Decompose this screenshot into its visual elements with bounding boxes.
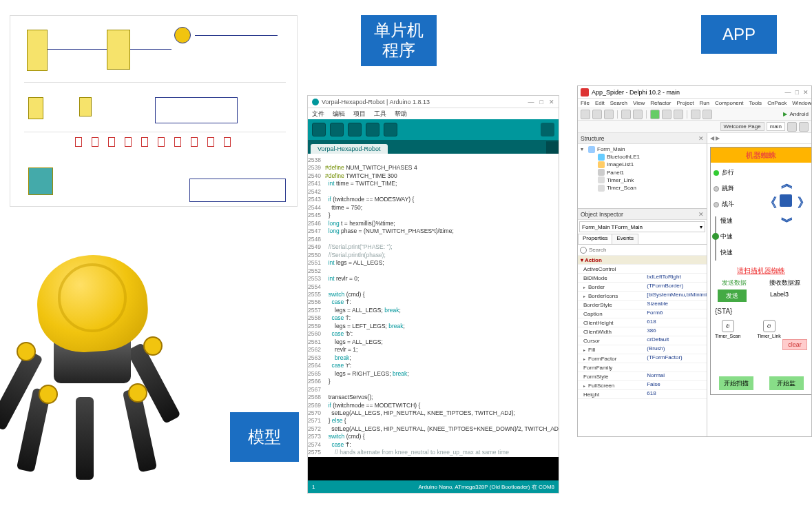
menu-file[interactable]: File [581, 100, 590, 106]
menu-refactor[interactable]: Refactor [650, 100, 671, 106]
tb-redo-icon[interactable] [633, 110, 643, 119]
stop-button[interactable] [674, 110, 683, 119]
tree-node-timer_scan[interactable]: Timer_Scan [581, 184, 704, 192]
tree-node-form[interactable]: Form_Main [597, 145, 625, 153]
minimize-icon[interactable]: — [528, 99, 534, 105]
arrow-up-button[interactable]: ︽ [781, 175, 793, 192]
tb-x2-icon[interactable] [799, 122, 809, 132]
maximize-icon[interactable]: □ [540, 99, 543, 105]
arduino-titlebar[interactable]: Vorpal-Hexapod-Robot | Arduino 1.8.13 — … [308, 96, 559, 108]
upload-button[interactable] [330, 123, 344, 136]
clear-button[interactable]: clear [782, 339, 807, 350]
menu-window[interactable]: Window [792, 100, 811, 106]
menu-search[interactable]: Search [610, 100, 627, 106]
inspector-component-combo[interactable]: Form_Main TForm_Main▾ [579, 221, 705, 232]
tab-dropdown-icon[interactable] [546, 141, 559, 154]
recv-data-label: 接收数据源 [769, 278, 800, 287]
verify-button[interactable] [312, 123, 326, 136]
tb-stepover-icon[interactable] [702, 110, 712, 119]
tb-undo-icon[interactable] [621, 110, 631, 119]
save-button[interactable] [384, 123, 397, 136]
tb-step-icon[interactable] [691, 110, 700, 119]
menu-项目[interactable]: 项目 [353, 110, 366, 119]
timer-scan-component[interactable]: ⏱Timer_Scan [715, 320, 740, 338]
tab-properties[interactable]: Properties [578, 234, 612, 244]
menu-edit[interactable]: Edit [595, 100, 605, 106]
sketch-tab[interactable]: Vorpal-Hexapod-Robot [311, 144, 388, 154]
run-button[interactable] [650, 110, 660, 119]
tree-node-imagelist1[interactable]: ImageList1 [581, 161, 704, 168]
prop-row-fill[interactable]: Fill(Brush) [578, 345, 707, 354]
tree-node-panel1[interactable]: Panel1 [581, 169, 704, 176]
tab-events[interactable]: Events [612, 234, 638, 244]
prop-row-formfactor[interactable]: FormFactor(TFormFactor) [578, 354, 707, 363]
menu-project[interactable]: Project [676, 100, 694, 106]
target-platform[interactable]: Android [789, 111, 809, 117]
tb-new-icon[interactable] [581, 110, 590, 119]
panel-close-icon[interactable]: ✕ [698, 211, 704, 218]
serial-monitor-button[interactable] [541, 123, 554, 136]
prop-row-borderstyle[interactable]: BorderStyleSizeable [578, 301, 707, 309]
mode-dance[interactable]: 跳舞 [714, 184, 734, 193]
prop-row-bidimode[interactable]: BiDiModebdLeftToRight [578, 274, 707, 283]
prop-row-border[interactable]: Border(TFormBorder) [578, 283, 707, 292]
start-listen-button[interactable]: 开始监 [769, 376, 804, 390]
menu-文件[interactable]: 文件 [312, 110, 324, 119]
prop-row-fullscreen[interactable]: FullScreenFalse [578, 381, 707, 390]
mode-fight[interactable]: 战斗 [714, 200, 734, 209]
prop-row-activecontrol[interactable]: ActiveControl [578, 265, 707, 274]
tb-open-icon[interactable] [592, 110, 602, 119]
prop-row-cursor[interactable]: CursorcrDefault [578, 336, 707, 345]
maximize-icon[interactable]: □ [795, 89, 799, 96]
start-scan-button[interactable]: 开始扫描 [719, 376, 753, 390]
inspector-search-input[interactable] [589, 247, 705, 253]
send-button[interactable]: 发送 [718, 289, 747, 302]
tab-welcome[interactable]: Welcome Page [720, 122, 764, 131]
pause-button[interactable] [662, 110, 672, 119]
arrow-right-button[interactable]: 》 [798, 194, 810, 211]
timer-link-component[interactable]: ⏱Timer_Link [757, 320, 780, 338]
new-button[interactable] [348, 123, 362, 136]
prop-row-formstyle[interactable]: FormStyleNormal [578, 372, 707, 381]
arrow-down-button[interactable]: ︾ [781, 214, 793, 230]
open-button[interactable] [366, 123, 379, 136]
panel-close-icon[interactable]: ✕ [698, 135, 704, 142]
mode-walk[interactable]: 步行 [714, 168, 734, 177]
speed-slider-group[interactable]: 慢速 中速 快速 [720, 216, 733, 257]
prop-row-bordericons[interactable]: BorderIcons[biSystemMenu,biMinimize,biMa… [578, 292, 707, 301]
structure-tree[interactable]: ▾Form_Main BluetoothLE1ImageList1Panel1T… [578, 144, 707, 208]
close-icon[interactable]: ✕ [549, 99, 554, 105]
menu-工具[interactable]: 工具 [374, 110, 386, 119]
tab-main[interactable]: main [767, 122, 785, 131]
scan-prompt-label: 请扫描机器蜘蛛 [711, 266, 811, 276]
prop-row-formfamily[interactable]: FormFamily [578, 363, 707, 372]
menu-tools[interactable]: Tools [749, 100, 762, 106]
menu-view[interactable]: View [633, 100, 645, 106]
arduino-console[interactable] [308, 457, 559, 480]
delphi-ide-window: App_Spider - Delphi 10.2 - main — □ ✕ Fi… [577, 85, 812, 437]
property-table[interactable]: ▾ Action ActiveControlBiDiModebdLeftToRi… [578, 256, 707, 436]
prop-row-clientwidth[interactable]: ClientWidth386 [578, 327, 707, 336]
prop-row-caption[interactable]: CaptionForm6 [578, 309, 707, 318]
editor-code-area[interactable]: #define NUM_TWITCH_PHASES 4#define TWITC… [324, 154, 559, 457]
arduino-code-editor[interactable]: 2538253925402541254225432544254525462547… [308, 154, 559, 457]
tile-mcu-program: 单片机 程序 [361, 15, 437, 66]
prop-row-height[interactable]: Height618 [578, 390, 707, 399]
menu-component[interactable]: Component [715, 100, 743, 106]
tb-save-icon[interactable] [604, 110, 614, 119]
menu-run[interactable]: Run [699, 100, 709, 106]
center-button[interactable] [780, 194, 792, 207]
tree-node-bluetoothle1[interactable]: BluetoothLE1 [581, 153, 704, 161]
minimize-icon[interactable]: — [785, 89, 791, 96]
label3: Label3 [770, 291, 789, 298]
tb-x1-icon[interactable] [787, 122, 797, 132]
menu-帮助[interactable]: 帮助 [395, 110, 407, 119]
menu-cnpack[interactable]: CnPack [767, 100, 787, 106]
prop-row-clientheight[interactable]: ClientHeight618 [578, 318, 707, 327]
delphi-titlebar[interactable]: App_Spider - Delphi 10.2 - main — □ ✕ [578, 86, 811, 99]
menu-编辑[interactable]: 编辑 [333, 110, 345, 119]
form-designer[interactable]: ◀ ▶ 机器蜘蛛 步行 跳舞 战斗 慢速 中速 快速 [707, 133, 811, 436]
tree-node-timer_link[interactable]: Timer_Link [581, 176, 704, 184]
close-icon[interactable]: ✕ [803, 89, 809, 96]
app-title: 机器蜘蛛 [711, 148, 811, 163]
